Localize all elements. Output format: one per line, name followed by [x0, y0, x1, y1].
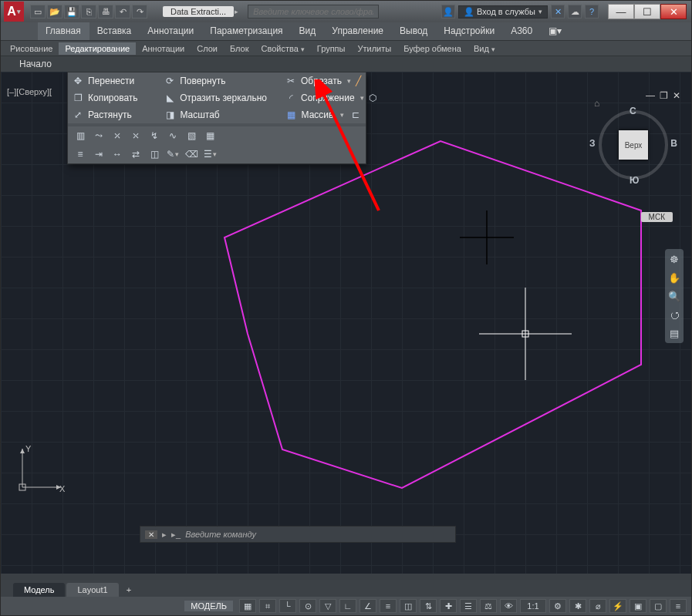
osnap-icon[interactable]: ∟ [339, 599, 356, 613]
fillet-button[interactable]: ◜Сопряжение▾⬡ [281, 93, 366, 103]
window-minimize-button[interactable]: — [608, 4, 634, 19]
scale-button[interactable]: 1:1 [520, 599, 546, 613]
changespace-icon[interactable]: ◫ [148, 148, 160, 160]
viewcube-top-face[interactable]: Верх [619, 130, 648, 160]
print-icon[interactable]: 🖶 [98, 5, 113, 19]
tab-output[interactable]: Вывод [392, 22, 436, 40]
trim-button[interactable]: ✂Обрезать▾╱ [281, 76, 366, 86]
save-icon[interactable]: 💾 [64, 5, 79, 19]
saveas-icon[interactable]: ⎘ [81, 5, 96, 19]
edit-polyline-icon[interactable]: ↯ [148, 130, 160, 142]
new-icon[interactable]: ▭ [30, 5, 46, 19]
edit-hatch-icon[interactable]: ▧ [185, 130, 197, 142]
drawing-canvas[interactable]: [–][Сверху][ — ❐ ✕ ✥Перенести ⟳Повернуть… [1, 72, 691, 574]
signin-icon[interactable]: 👤 [441, 5, 455, 19]
annotation-visibility-icon[interactable]: 👁 [500, 599, 517, 613]
panel-groups[interactable]: Группы [311, 42, 352, 55]
tab-parametric[interactable]: Параметризация [202, 22, 291, 40]
exchange-icon[interactable]: ✕ [551, 5, 565, 19]
isodraft-icon[interactable]: ▽ [319, 599, 336, 613]
polar-toggle-icon[interactable]: ⊙ [299, 599, 316, 613]
annotation-scale-icon[interactable]: ⚖ [480, 599, 497, 613]
breakat-icon[interactable]: ⤬ [130, 130, 142, 142]
redo-icon[interactable]: ↷ [132, 5, 147, 19]
window-maximize-button[interactable]: ☐ [634, 4, 660, 19]
cmd-close-icon[interactable]: ✕ [145, 530, 157, 539]
tab-overflow-icon[interactable]: ▣▾ [541, 22, 570, 40]
tab-a360[interactable]: A360 [503, 22, 541, 40]
app-logo-icon[interactable]: A▾ [4, 2, 24, 22]
otrack-icon[interactable]: ∠ [360, 599, 376, 613]
panel-properties[interactable]: Свойства▾ [255, 42, 311, 55]
coordinate-system-label[interactable]: МСК [641, 212, 673, 222]
deletedup-icon[interactable]: ⌫ [185, 148, 197, 160]
selection-cycling-icon[interactable]: ⇅ [420, 599, 437, 613]
hardware-accel-icon[interactable]: ⚡ [609, 599, 626, 613]
showmotion-icon[interactable]: ▤ [667, 326, 681, 340]
panel-modify[interactable]: Редактирование [59, 42, 136, 55]
edit-array-icon[interactable]: ▦ [204, 130, 216, 142]
isolate-icon[interactable]: ▣ [630, 599, 646, 613]
orbit-icon[interactable]: ⭯ [667, 308, 681, 321]
reverse-icon[interactable]: ⇄ [130, 148, 142, 160]
cmd-recent-icon[interactable]: ▸ [162, 530, 167, 540]
search-input[interactable] [248, 5, 379, 19]
viewport-label[interactable]: [–][Сверху][ [7, 87, 52, 96]
tab-manage[interactable]: Управление [324, 22, 392, 40]
model-tab[interactable]: Модель [13, 583, 65, 597]
vp-restore-icon[interactable]: ❐ [660, 90, 668, 101]
viewcube[interactable]: ⌂ Верх С Ю З В [599, 110, 668, 180]
explode-icon[interactable]: ⬡ [369, 93, 376, 103]
steering-wheel-icon[interactable]: ☸ [667, 252, 681, 266]
tab-insert[interactable]: Вставка [89, 22, 140, 40]
panel-draw[interactable]: Рисование [4, 42, 59, 55]
workspace-icon[interactable]: ⚙ [549, 599, 566, 613]
erase-icon[interactable]: ╱ [356, 76, 361, 86]
tab-view[interactable]: Вид [292, 22, 325, 40]
lineweight-icon[interactable]: ≡ [380, 599, 397, 613]
panel-clipboard[interactable]: Буфер обмена [397, 42, 468, 55]
open-icon[interactable]: 📂 [47, 5, 62, 19]
window-close-button[interactable]: ✕ [660, 4, 687, 19]
undo-icon[interactable]: ↶ [115, 5, 130, 19]
vp-close-icon[interactable]: ✕ [673, 90, 680, 101]
array-button[interactable]: ▦Массив▾⊏ [282, 109, 366, 120]
status-model-button[interactable]: МОДЕЛЬ [184, 601, 233, 611]
mirror-button[interactable]: ◣Отразить зеркально [160, 93, 281, 103]
add-layout-tab[interactable]: + [120, 583, 137, 597]
move-button[interactable]: ✥Перенести [68, 76, 160, 86]
viewcube-home-icon[interactable]: ⌂ [594, 98, 599, 109]
start-tab[interactable]: Начало [19, 59, 52, 69]
tab-home[interactable]: Главная [38, 22, 89, 40]
snap-toggle-icon[interactable]: ⌗ [259, 599, 276, 613]
panel-annotations[interactable]: Аннотации [136, 42, 191, 55]
offset-icon[interactable]: ⊏ [350, 109, 361, 120]
vp-minimize-icon[interactable]: — [646, 90, 655, 101]
align-icon[interactable]: ≡ [74, 148, 86, 160]
tab-annotate[interactable]: Аннотации [140, 22, 202, 40]
panel-layers[interactable]: Слои [191, 42, 224, 55]
clean-screen-icon[interactable]: ▢ [650, 599, 667, 613]
setbypoint-icon[interactable]: ▥ [74, 130, 86, 142]
stretch-button[interactable]: ⤢Растянуть [68, 109, 160, 120]
panel-utilities[interactable]: Утилиты [351, 42, 397, 55]
pan-icon[interactable]: ✋ [667, 271, 681, 284]
rotate-button[interactable]: ⟳Повернуть [160, 76, 281, 86]
blend-icon[interactable]: ↔ [111, 148, 123, 160]
lengthen-icon[interactable]: ⇥ [93, 148, 105, 160]
layout1-tab[interactable]: Layout1 [66, 583, 118, 597]
customize-icon[interactable]: ≡ [670, 599, 687, 613]
break-icon[interactable]: ⤫ [111, 130, 123, 142]
draworder-icon[interactable]: ☰▾ [204, 148, 216, 160]
panel-view[interactable]: Вид▾ [468, 42, 501, 55]
grid-toggle-icon[interactable]: ▦ [239, 599, 256, 613]
units-icon[interactable]: ⌀ [589, 599, 606, 613]
transparency-icon[interactable]: ◫ [400, 599, 417, 613]
annotation-monitor-icon[interactable]: ✱ [569, 599, 586, 613]
quick-props-icon[interactable]: ☰ [460, 599, 477, 613]
a360-icon[interactable]: ☁ [568, 5, 582, 19]
command-line[interactable]: ✕ ▸ ▸_ Введите команду [140, 526, 456, 543]
signin-button[interactable]: 👤 Вход в службы▾ [458, 5, 548, 19]
scale-button[interactable]: ◨Масштаб [160, 109, 281, 120]
dyn-input-icon[interactable]: ✚ [440, 599, 457, 613]
